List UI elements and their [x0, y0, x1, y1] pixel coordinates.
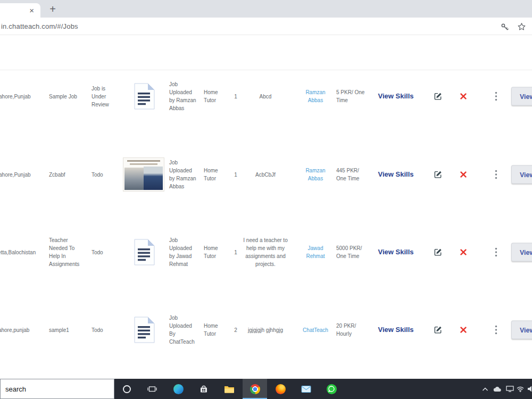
more-options-kebab-icon[interactable]	[491, 170, 501, 179]
view-skills-button[interactable]: View Skills	[371, 247, 420, 257]
job-title: Sample Job	[49, 93, 84, 101]
job-price: 5000 PKR/ One Time	[336, 244, 365, 260]
job-description: Abcd	[242, 93, 289, 101]
view-job-button[interactable]: View	[511, 243, 532, 262]
job-row: Lahore,Punjab Sample Job Job is Under Re…	[0, 70, 532, 123]
job-location: Lahore,Punjab	[0, 93, 48, 101]
view-skills-button[interactable]: View Skills	[371, 169, 420, 180]
thumbnail-photo-left	[124, 168, 144, 190]
delete-job-icon[interactable]	[458, 93, 469, 99]
job-price: 20 PKR/ Hourly	[336, 322, 365, 338]
job-title: Teacher Needed To Help In Assignments	[49, 236, 84, 268]
view-job-button[interactable]: View	[511, 321, 532, 339]
delete-job-icon[interactable]	[458, 327, 469, 333]
job-attachment-document-icon[interactable]	[121, 239, 166, 265]
job-description: AcbCbJf	[242, 171, 289, 179]
more-options-kebab-icon[interactable]	[491, 92, 501, 101]
taskbar-search-text: search	[5, 385, 26, 393]
edge-icon	[173, 384, 184, 394]
network-icon[interactable]	[516, 379, 525, 399]
view-skills-button[interactable]: View Skills	[371, 325, 420, 335]
job-poster-link[interactable]: Ramzan Abbas	[301, 167, 330, 182]
thumbnail-photo-right	[144, 167, 163, 190]
job-tutor-type: Home Tutor	[204, 244, 223, 260]
job-status: Todo	[92, 171, 113, 179]
taskbar-search-box[interactable]: search	[0, 379, 114, 399]
bookmark-star-icon[interactable]	[516, 21, 527, 32]
job-status: Todo	[92, 248, 113, 256]
firefox-button[interactable]	[268, 379, 293, 399]
job-status: Todo	[92, 326, 113, 334]
edge-button[interactable]	[166, 379, 190, 399]
display-icon[interactable]	[504, 379, 515, 399]
more-options-kebab-icon[interactable]	[491, 325, 501, 335]
job-location: Quetta,Balochistan	[0, 248, 48, 256]
job-tutor-type: Home Tutor	[204, 88, 223, 104]
job-uploaded-by: Job Uploaded by Jawad Rehmat	[169, 236, 198, 268]
password-key-icon[interactable]	[499, 21, 510, 32]
job-price: 5 PKR/ One Time	[336, 88, 365, 104]
mail-icon	[301, 385, 311, 393]
browser-window: × + in.chatteach.com/#/Jobs Lahore,Punja…	[0, 0, 532, 399]
file-explorer-icon	[224, 385, 235, 394]
job-attachment-image[interactable]	[121, 157, 166, 192]
whatsapp-icon	[327, 384, 337, 394]
job-price: 445 PKR/ One Time	[336, 167, 365, 182]
job-poster-link[interactable]: Ramzan Abbas	[301, 88, 330, 104]
job-location: Lahore,Punjab	[0, 171, 48, 179]
microsoft-store-button[interactable]	[192, 379, 216, 399]
job-row: Quetta,Balochistan Teacher Needed To Hel…	[0, 214, 532, 290]
task-view-button[interactable]	[140, 379, 164, 399]
cortana-button[interactable]	[114, 379, 139, 399]
url-bar[interactable]: in.chatteach.com/#/Jobs	[1, 18, 78, 35]
browser-tab-strip: × +	[0, 0, 532, 18]
job-row: Lahore,Punjab Zcbabf Todo Job Uploaded b…	[0, 136, 532, 213]
firefox-icon	[276, 384, 286, 394]
job-count: 1	[229, 248, 242, 256]
jobs-page: Lahore,Punjab Sample Job Job is Under Re…	[0, 35, 532, 379]
job-tutor-type: Home Tutor	[204, 322, 223, 338]
job-count: 2	[229, 326, 242, 334]
view-skills-button[interactable]: View Skills	[371, 91, 420, 102]
new-tab-button[interactable]: +	[46, 2, 60, 16]
edit-job-icon[interactable]	[432, 171, 444, 179]
job-description: I need a teacher to help me with my assi…	[242, 236, 289, 268]
job-uploaded-by: Job Uploaded by Ramzan Abbas	[169, 80, 198, 112]
job-uploaded-by: Job Uploaded by Ramzan Abbas	[169, 159, 198, 190]
view-job-button[interactable]: View	[511, 87, 532, 106]
view-job-button[interactable]: View	[511, 165, 532, 184]
volume-icon[interactable]	[527, 379, 532, 399]
more-options-kebab-icon[interactable]	[491, 247, 501, 257]
browser-tab[interactable]: ×	[0, 3, 40, 18]
microsoft-store-icon	[199, 384, 209, 394]
hidden-icons-chevron-icon[interactable]	[480, 379, 490, 399]
job-count: 1	[229, 171, 242, 179]
delete-job-icon[interactable]	[458, 249, 469, 255]
delete-job-icon[interactable]	[458, 171, 469, 178]
job-title: sample1	[49, 326, 84, 334]
chrome-icon	[250, 384, 260, 394]
job-uploaded-by: Job Uploaded By ChatTeach	[169, 314, 198, 346]
job-tutor-type: Home Tutor	[204, 167, 223, 182]
job-title: Zcbabf	[49, 171, 84, 179]
job-description: jgjgjgjh gjhhgjg	[242, 326, 289, 334]
thumbnail-text-line	[127, 160, 160, 162]
mail-button[interactable]	[294, 379, 318, 399]
job-status: Job is Under Review	[92, 85, 113, 109]
edit-job-icon[interactable]	[432, 93, 444, 101]
windows-taskbar: search	[0, 379, 532, 399]
whatsapp-button[interactable]	[319, 379, 344, 399]
browser-toolbar: in.chatteach.com/#/Jobs	[0, 18, 532, 35]
file-explorer-button[interactable]	[217, 379, 242, 399]
job-attachment-document-icon[interactable]	[121, 317, 166, 343]
job-attachment-document-icon[interactable]	[121, 83, 166, 110]
job-poster-link[interactable]: Jawad Rehmat	[301, 244, 330, 260]
chrome-button[interactable]	[243, 379, 267, 399]
edit-job-icon[interactable]	[432, 248, 444, 256]
job-attachment-image-thumbnail[interactable]	[123, 157, 164, 192]
job-poster-link[interactable]: ChatTeach	[301, 326, 330, 334]
onedrive-cloud-icon[interactable]	[492, 379, 503, 399]
edit-job-icon[interactable]	[432, 326, 444, 334]
tab-close-icon[interactable]: ×	[29, 6, 34, 14]
thumbnail-text-line	[130, 163, 157, 165]
